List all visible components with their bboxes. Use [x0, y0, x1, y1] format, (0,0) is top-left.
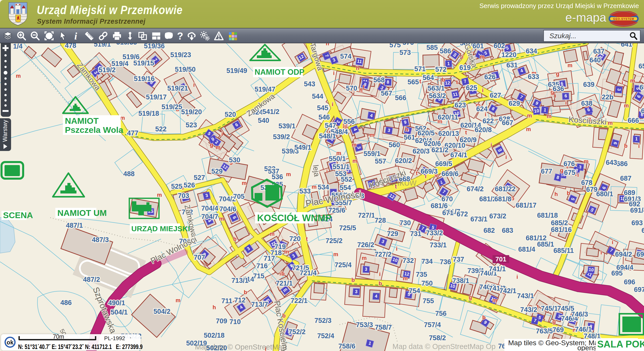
svg-text:669/5: 669/5 [435, 160, 452, 168]
svg-text:GEO-SYSTEM: GEO-SYSTEM [613, 17, 634, 20]
svg-text:PL-1992: PL-1992 [104, 335, 125, 341]
svg-text:641: 641 [621, 43, 632, 48]
svg-text:h: h [359, 87, 363, 94]
svg-text:m: m [242, 180, 247, 186]
svg-text:658: 658 [638, 62, 644, 70]
svg-text:677: 677 [541, 168, 552, 175]
svg-text:i: i [332, 101, 333, 107]
svg-text:519/25: 519/25 [162, 103, 182, 111]
svg-text:637: 637 [593, 48, 605, 55]
svg-text:560: 560 [389, 141, 400, 149]
svg-text:750: 750 [421, 280, 433, 287]
svg-text:490/1: 490/1 [108, 299, 125, 307]
svg-text:b: b [233, 236, 236, 242]
svg-text:487/3: 487/3 [92, 236, 109, 244]
svg-text:643: 643 [606, 159, 617, 166]
svg-text:636: 636 [553, 85, 564, 93]
svg-text:704/7: 704/7 [201, 213, 218, 220]
svg-text:758/7: 758/7 [375, 324, 392, 331]
svg-text:519/15: 519/15 [133, 59, 154, 67]
svg-text:561: 561 [404, 134, 415, 141]
svg-text:705: 705 [233, 193, 245, 200]
svg-text:t: t [456, 79, 458, 85]
svg-text:681/18: 681/18 [537, 212, 558, 219]
svg-text:t: t [465, 129, 467, 136]
svg-text:m: m [157, 192, 162, 198]
svg-text:680/1: 680/1 [596, 190, 613, 198]
svg-text:620/11: 620/11 [438, 113, 458, 121]
svg-text:567: 567 [381, 90, 392, 97]
svg-text:586: 586 [440, 47, 451, 55]
svg-text:i: i [74, 30, 77, 42]
svg-text:3: 3 [355, 289, 358, 294]
svg-text:1: 1 [447, 61, 450, 66]
svg-text:m: m [584, 158, 589, 165]
svg-text:11: 11 [453, 91, 458, 97]
svg-text:i: i [622, 79, 623, 86]
svg-text:KOŚCIÓŁ WNMP: KOŚCIÓŁ WNMP [257, 213, 332, 223]
svg-text:b: b [511, 195, 514, 202]
svg-text:8: 8 [387, 80, 389, 85]
svg-text:571: 571 [414, 65, 426, 73]
svg-text:659: 659 [639, 84, 644, 91]
svg-text:526: 526 [184, 181, 195, 189]
svg-text:559/1: 559/1 [364, 150, 381, 158]
svg-text:727/1: 727/1 [358, 212, 375, 219]
svg-text:746/1: 746/1 [575, 326, 592, 333]
svg-text:b: b [624, 143, 627, 149]
svg-text:638: 638 [581, 100, 592, 107]
svg-text:685/1: 685/1 [537, 241, 554, 248]
svg-text:743/2: 743/2 [520, 306, 537, 314]
svg-text:477: 477 [127, 129, 138, 137]
svg-text:534: 534 [318, 183, 329, 191]
svg-text:685/11: 685/11 [553, 247, 574, 254]
svg-text:669/6: 669/6 [441, 170, 459, 178]
svg-text:t: t [363, 84, 365, 90]
svg-text:704/4: 704/4 [201, 205, 218, 212]
svg-text:602: 602 [494, 43, 505, 50]
svg-text:727/2: 727/2 [375, 251, 392, 258]
svg-text:557: 557 [375, 158, 386, 165]
svg-text:540: 540 [258, 117, 269, 124]
svg-text:722/1: 722/1 [291, 297, 308, 304]
svg-text:g: g [552, 318, 556, 325]
svg-text:519/20: 519/20 [181, 108, 202, 116]
svg-text:1: 1 [635, 136, 638, 141]
svg-text:622: 622 [482, 117, 494, 125]
svg-text:m: m [527, 112, 532, 119]
svg-text:568: 568 [373, 76, 385, 84]
svg-text:Map data © OpenStreetMap Op: Map data © OpenStreetMap Op [392, 342, 496, 350]
svg-text:543: 543 [304, 80, 315, 88]
svg-text:672: 672 [457, 210, 468, 218]
svg-text:548/1: 548/1 [319, 132, 336, 140]
svg-text:673/2: 673/2 [489, 212, 506, 220]
svg-text:SALA POK: SALA POK [597, 339, 644, 349]
svg-text:g: g [560, 167, 563, 173]
svg-text:756: 756 [435, 310, 447, 317]
svg-text:522: 522 [155, 125, 167, 133]
svg-text:6: 6 [565, 93, 567, 98]
svg-text:660: 660 [641, 107, 644, 115]
svg-text:550/1: 550/1 [329, 155, 346, 163]
svg-text:h: h [213, 304, 216, 310]
svg-text:i: i [482, 87, 484, 93]
svg-text:553: 553 [335, 170, 346, 178]
svg-text:m: m [352, 158, 357, 164]
svg-text:m: m [352, 142, 357, 148]
svg-text:709: 709 [216, 317, 227, 325]
svg-text:533: 533 [299, 187, 311, 195]
svg-text:669/3: 669/3 [421, 168, 438, 175]
svg-text:4: 4 [375, 294, 378, 299]
svg-text:i: i [505, 154, 507, 160]
svg-text:691/2: 691/2 [641, 227, 644, 234]
svg-text:713/1: 713/1 [231, 277, 249, 284]
svg-text:620/8: 620/8 [475, 126, 492, 134]
svg-text:g: g [210, 142, 213, 148]
svg-text:i: i [577, 172, 579, 178]
svg-text:b: b [244, 289, 247, 295]
svg-text:563/2: 563/2 [429, 92, 446, 100]
svg-text:b: b [281, 270, 285, 277]
svg-text:502/18: 502/18 [204, 332, 225, 339]
svg-text:544: 544 [312, 93, 323, 100]
svg-text:681/16: 681/16 [551, 226, 572, 233]
